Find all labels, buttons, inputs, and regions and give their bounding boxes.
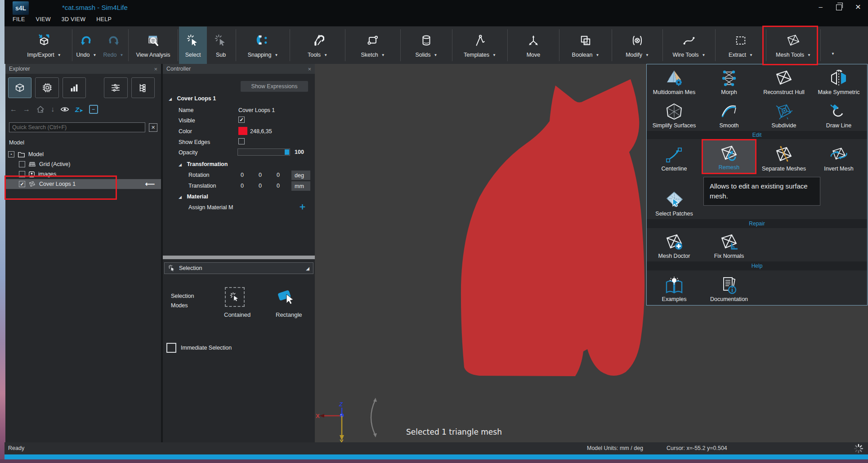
- menu-item-invert-mesh[interactable]: Invert Mesh: [811, 139, 866, 174]
- home-icon[interactable]: [36, 105, 45, 113]
- immediate-selection-checkbox[interactable]: [166, 343, 176, 353]
- toolbar-extract[interactable]: Extract▼: [716, 27, 765, 64]
- menu-3d-view[interactable]: 3D VIEW: [62, 16, 86, 22]
- tree-row-cover-loops[interactable]: Cover Loops 1 ⟵: [5, 179, 161, 189]
- menu-item-multidomain-mesher[interactable]: Multidomain Mes: [647, 64, 702, 98]
- dropdown-arrow-icon[interactable]: ▼: [595, 53, 599, 57]
- visibility-eye-icon[interactable]: [60, 106, 69, 112]
- images-checkbox[interactable]: [19, 171, 25, 177]
- clear-search-icon[interactable]: ✕: [149, 123, 157, 132]
- rotation-y[interactable]: 0: [259, 172, 262, 178]
- toolbar-mesh-tools[interactable]: Mesh Tools▼: [767, 27, 819, 64]
- cat-mesh-silhouette[interactable]: [459, 76, 648, 381]
- dropdown-arrow-icon[interactable]: ▼: [645, 53, 649, 57]
- menu-item-documentation[interactable]: Documentation: [702, 270, 756, 305]
- menu-file[interactable]: FILE: [13, 16, 25, 22]
- model-checkbox[interactable]: [8, 151, 14, 157]
- close-icon[interactable]: ×: [308, 66, 311, 72]
- menu-view[interactable]: VIEW: [36, 16, 51, 22]
- cover-loops-checkbox[interactable]: [19, 181, 25, 187]
- translation-z[interactable]: 0: [277, 183, 280, 189]
- toolbar-view-analysis[interactable]: View Analysis: [130, 27, 177, 64]
- collapse-triangle-icon[interactable]: ◢: [169, 97, 172, 101]
- dropdown-arrow-icon[interactable]: ▼: [807, 53, 811, 57]
- close-button[interactable]: ×: [855, 4, 861, 10]
- dropdown-arrow-icon[interactable]: ▼: [749, 53, 753, 57]
- menu-item-smooth[interactable]: Smooth: [702, 98, 756, 131]
- menu-item-draw-line[interactable]: Draw Line: [811, 98, 866, 131]
- rotation-x[interactable]: 0: [241, 172, 244, 178]
- menu-item-make-symmetric[interactable]: Make Symmetric: [811, 64, 866, 98]
- toolbar-redo[interactable]: Redo▼: [99, 27, 127, 64]
- menu-help[interactable]: HELP: [96, 16, 112, 22]
- tree-row-model[interactable]: Model: [5, 149, 161, 159]
- toolbar-boolean[interactable]: Boolean▼: [560, 27, 611, 64]
- simulation-view-button[interactable]: [35, 77, 58, 98]
- dropdown-arrow-icon[interactable]: ▼: [58, 53, 61, 57]
- toolbar-select[interactable]: Select: [179, 27, 207, 64]
- transformation-section-header[interactable]: ◢ Transformation: [179, 161, 228, 167]
- toolbar-wire-tools[interactable]: Wire Tools▼: [664, 27, 714, 64]
- toolbar-move[interactable]: Move: [509, 27, 558, 64]
- translation-y[interactable]: 0: [259, 183, 262, 189]
- dropdown-arrow-icon[interactable]: ▼: [120, 53, 123, 57]
- collapse-all-icon[interactable]: −: [89, 105, 98, 114]
- rotation-unit[interactable]: deg: [291, 171, 310, 180]
- menu-item-examples[interactable]: Examples: [647, 270, 702, 305]
- color-value[interactable]: 248,6,35: [250, 128, 272, 135]
- collapse-triangle-icon[interactable]: ◢: [179, 162, 182, 167]
- show-edges-checkbox[interactable]: [238, 138, 245, 144]
- goto-arrow-icon[interactable]: ⟵: [145, 180, 155, 188]
- analysis-view-button[interactable]: [63, 77, 86, 98]
- menu-item-reconstruct-hull[interactable]: Reconstruct Hull: [756, 64, 811, 98]
- chevron-down-icon[interactable]: ▼: [831, 52, 835, 56]
- dropdown-arrow-icon[interactable]: ▼: [492, 53, 496, 57]
- menu-item-separate-meshes[interactable]: Separate Meshes: [756, 139, 811, 174]
- dropdown-arrow-icon[interactable]: ▼: [381, 53, 385, 57]
- collapse-triangle-icon[interactable]: ◢: [179, 195, 182, 199]
- color-swatch[interactable]: [238, 127, 247, 135]
- dropdown-arrow-icon[interactable]: ▼: [274, 53, 278, 57]
- contained-mode-button[interactable]: [225, 287, 245, 307]
- tree-row-images[interactable]: images: [5, 169, 161, 179]
- toolbar-templates[interactable]: Templates▼: [453, 27, 506, 64]
- translation-x[interactable]: 0: [241, 183, 244, 189]
- zoom-to-icon[interactable]: Z➤: [75, 106, 83, 113]
- visible-checkbox[interactable]: [238, 117, 245, 123]
- rotation-z[interactable]: 0: [277, 172, 280, 178]
- grid-checkbox[interactable]: [19, 161, 25, 167]
- toolbar-imp-export[interactable]: Imp/Export▼: [17, 27, 71, 64]
- add-material-icon[interactable]: ＋: [298, 200, 307, 213]
- rectangle-mode-button[interactable]: [276, 287, 295, 307]
- toolbar-modify[interactable]: Modify▼: [613, 27, 662, 64]
- opacity-value[interactable]: 100: [295, 149, 304, 155]
- forward-arrow-icon[interactable]: →: [23, 105, 30, 113]
- move-down-icon[interactable]: ↓: [51, 105, 54, 113]
- minimize-button[interactable]: –: [819, 3, 822, 10]
- restore-button[interactable]: [836, 4, 842, 10]
- menu-item-subdivide[interactable]: Subdivide: [756, 98, 811, 131]
- close-icon[interactable]: ×: [154, 66, 157, 72]
- back-arrow-icon[interactable]: ←: [10, 105, 17, 113]
- toolbar-undo[interactable]: Undo▼: [73, 27, 99, 64]
- slider-knob[interactable]: [285, 149, 289, 155]
- menu-item-morph[interactable]: Morph: [702, 64, 756, 98]
- toolbar-tools[interactable]: Tools▼: [291, 27, 344, 64]
- translation-unit[interactable]: mm: [291, 181, 310, 191]
- quick-search-input[interactable]: [9, 122, 145, 132]
- menu-item-simplify-surfaces[interactable]: Simplify Surfaces: [647, 98, 702, 131]
- show-expressions-button[interactable]: Show Expressions: [241, 81, 308, 92]
- menu-item-remesh[interactable]: Remesh: [702, 139, 756, 174]
- toolbar-solids[interactable]: Solids▼: [402, 27, 451, 64]
- tree-row-grid[interactable]: Grid (Active): [5, 159, 161, 169]
- properties-view-button[interactable]: [104, 77, 127, 98]
- dropdown-arrow-icon[interactable]: ▼: [702, 53, 706, 57]
- opacity-slider[interactable]: [237, 148, 290, 156]
- toolbar-overflow[interactable]: ▼: [822, 27, 844, 64]
- name-value[interactable]: Cover Loops 1: [238, 107, 275, 113]
- immediate-selection-row[interactable]: Immediate Selection: [166, 343, 232, 353]
- menu-item-select-patches[interactable]: Select Patches: [647, 180, 702, 219]
- panel-splitter[interactable]: [163, 256, 315, 259]
- toolbar-sub[interactable]: Sub: [207, 27, 235, 64]
- menu-item-centerline[interactable]: Centerline: [647, 139, 702, 174]
